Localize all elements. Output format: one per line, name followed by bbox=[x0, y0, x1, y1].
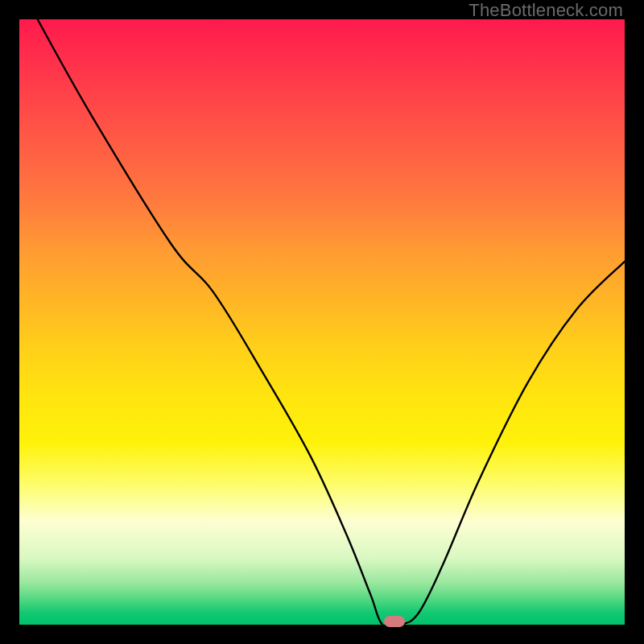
chart-plot-area bbox=[19, 19, 625, 625]
bottleneck-curve bbox=[19, 19, 625, 625]
chart-frame: TheBottleneck.com bbox=[0, 0, 644, 644]
watermark-text: TheBottleneck.com bbox=[469, 0, 623, 21]
optimal-marker bbox=[384, 616, 405, 627]
